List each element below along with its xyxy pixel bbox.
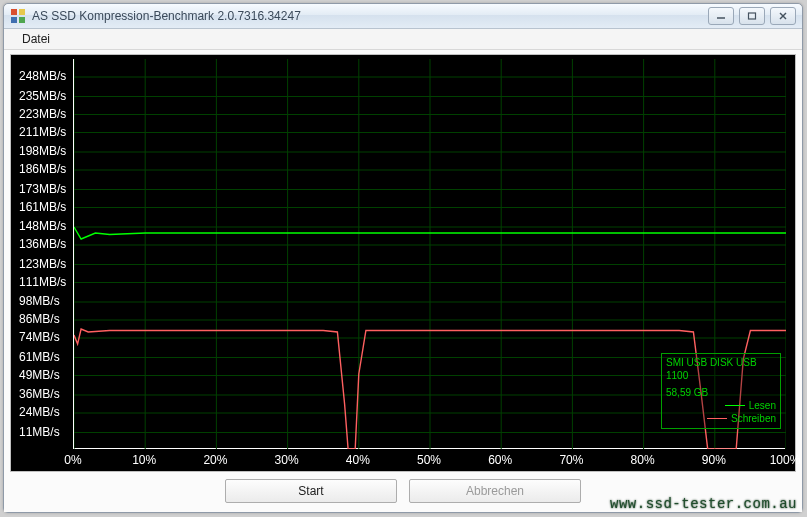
legend-read: Lesen: [666, 399, 776, 412]
window-controls: [708, 7, 796, 25]
x-tick-label: 40%: [346, 453, 370, 467]
y-tick-label: 74MB/s: [19, 330, 71, 344]
y-tick-label: 235MB/s: [19, 89, 71, 103]
x-tick-label: 70%: [559, 453, 583, 467]
close-button[interactable]: [770, 7, 796, 25]
app-icon: [10, 8, 26, 24]
app-window: AS SSD Kompression-Benchmark 2.0.7316.34…: [3, 3, 803, 513]
cancel-button[interactable]: Abbrechen: [409, 479, 581, 503]
y-tick-label: 148MB/s: [19, 219, 71, 233]
menu-file[interactable]: Datei: [14, 30, 58, 48]
menubar: Datei: [4, 29, 802, 50]
x-tick-label: 10%: [132, 453, 156, 467]
y-tick-label: 86MB/s: [19, 312, 71, 326]
y-tick-label: 24MB/s: [19, 405, 71, 419]
svg-rect-1: [749, 13, 756, 19]
y-tick-label: 186MB/s: [19, 162, 71, 176]
maximize-button[interactable]: [739, 7, 765, 25]
legend-write: Schreiben: [666, 412, 776, 425]
client-area: SMI USB DISK USB 1100 58,59 GB Lesen Sch…: [4, 50, 802, 512]
x-tick-label: 100%: [770, 453, 801, 467]
device-name: SMI USB DISK USB 1100: [666, 356, 776, 382]
y-tick-label: 49MB/s: [19, 368, 71, 382]
y-tick-label: 248MB/s: [19, 69, 71, 83]
window-title: AS SSD Kompression-Benchmark 2.0.7316.34…: [30, 9, 708, 23]
device-info-box: SMI USB DISK USB 1100 58,59 GB Lesen Sch…: [661, 353, 781, 429]
y-tick-label: 111MB/s: [19, 275, 71, 289]
y-tick-label: 61MB/s: [19, 350, 71, 364]
y-tick-label: 211MB/s: [19, 125, 71, 139]
y-tick-label: 98MB/s: [19, 294, 71, 308]
y-tick-label: 123MB/s: [19, 257, 71, 271]
device-capacity: 58,59 GB: [666, 386, 776, 399]
x-tick-label: 0%: [64, 453, 81, 467]
minimize-button[interactable]: [708, 7, 734, 25]
y-tick-label: 136MB/s: [19, 237, 71, 251]
x-tick-label: 60%: [488, 453, 512, 467]
y-tick-label: 173MB/s: [19, 182, 71, 196]
y-tick-label: 11MB/s: [19, 425, 71, 439]
x-tick-label: 30%: [275, 453, 299, 467]
y-tick-label: 223MB/s: [19, 107, 71, 121]
x-tick-label: 20%: [203, 453, 227, 467]
y-tick-label: 36MB/s: [19, 387, 71, 401]
x-tick-label: 80%: [631, 453, 655, 467]
chart: SMI USB DISK USB 1100 58,59 GB Lesen Sch…: [10, 54, 796, 472]
x-tick-label: 90%: [702, 453, 726, 467]
watermark: www.ssd-tester.com.au: [610, 496, 797, 512]
titlebar: AS SSD Kompression-Benchmark 2.0.7316.34…: [4, 4, 802, 29]
y-tick-label: 198MB/s: [19, 144, 71, 158]
start-button[interactable]: Start: [225, 479, 397, 503]
y-tick-label: 161MB/s: [19, 200, 71, 214]
x-tick-label: 50%: [417, 453, 441, 467]
